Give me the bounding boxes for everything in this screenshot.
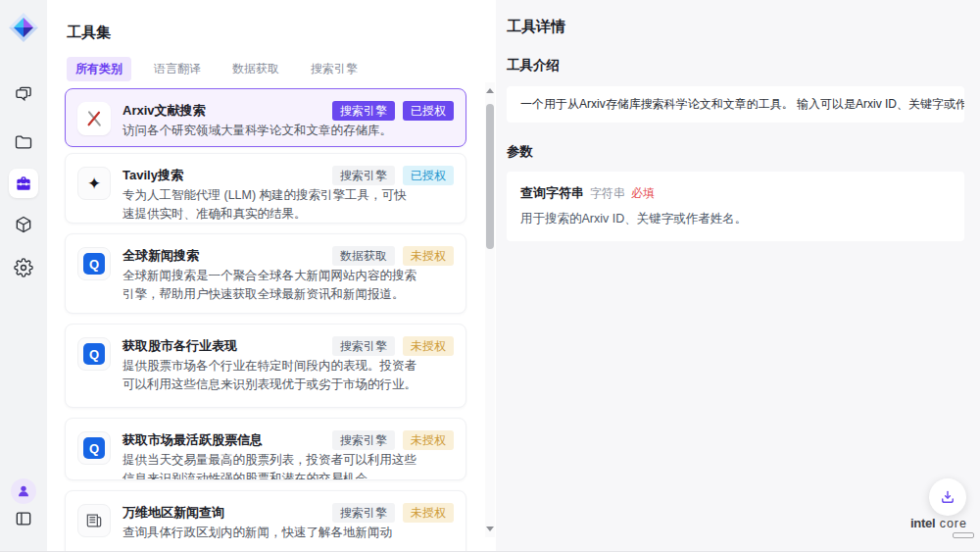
page-title: 工具集	[67, 24, 111, 42]
tool-card-description: 查询具体行政区划内的新闻，快速了解各地新闻动	[122, 524, 418, 542]
tool-card-badges: 搜索引擎未授权	[332, 336, 454, 356]
badge-category: 搜索引擎	[332, 166, 395, 185]
detail-title: 工具详情	[507, 18, 964, 36]
intro-text: 一个用于从Arxiv存储库搜索科学论文和文章的工具。 输入可以是Arxiv ID…	[520, 96, 964, 113]
tool-card-badges: 搜索引擎未授权	[332, 503, 454, 523]
sidebar-item-files[interactable]	[14, 132, 33, 152]
param-name: 查询字符串	[520, 184, 584, 202]
tool-card[interactable]: 搜索引擎未授权万维地区新闻查询查询具体行政区划内的新闻，快速了解各地新闻动	[65, 490, 466, 552]
tab-1[interactable]: 语言翻译	[145, 57, 210, 81]
tool-card-description: 提供当天交易量最高的股票列表，投资者可以利用这些信息来识别流动性强的股票和潜在的…	[122, 451, 418, 480]
sidebar-item-chat[interactable]	[14, 84, 33, 104]
list-scrollbar[interactable]	[485, 82, 495, 537]
sidebar-item-tools[interactable]	[9, 169, 38, 198]
badge-category: 搜索引擎	[332, 430, 395, 450]
download-button[interactable]	[929, 478, 966, 516]
toolbox-icon	[14, 174, 33, 193]
core-wordmark: core	[940, 517, 967, 530]
intel-series-badge	[953, 532, 974, 538]
badge-auth-status: 已授权	[403, 101, 454, 121]
tool-card[interactable]: 搜索引擎已授权Arxiv文献搜索访问各个研究领域大量科学论文和文章的存储库。	[65, 88, 466, 147]
sidebar	[0, 0, 47, 551]
tool-list-panel: 工具集 所有类别语言翻译数据获取搜索引擎 搜索引擎已授权Arxiv文献搜索访问各…	[47, 0, 496, 551]
gear-icon	[14, 258, 33, 277]
sidebar-item-settings[interactable]	[14, 258, 33, 277]
badge-auth-status: 未授权	[403, 246, 454, 266]
param-type: 字符串	[590, 185, 625, 202]
download-icon	[939, 488, 956, 506]
tool-card-description: 访问各个研究领域大量科学论文和文章的存储库。	[122, 122, 418, 140]
tool-card-badges: 搜索引擎已授权	[332, 101, 454, 121]
scroll-up-arrow-icon[interactable]	[486, 88, 494, 93]
scroll-down-arrow-icon[interactable]	[486, 527, 494, 531]
chat-icon	[14, 84, 33, 104]
newspaper-icon	[84, 511, 104, 530]
sidebar-item-plugins[interactable]	[14, 215, 33, 234]
intro-heading: 工具介绍	[507, 57, 964, 75]
badge-category: 搜索引擎	[332, 336, 395, 356]
cube-icon	[14, 215, 33, 234]
tool-card-icon: ✦	[77, 167, 111, 200]
param-required-flag: 必填	[631, 185, 655, 202]
tool-card[interactable]: Q 搜索引擎未授权获取市场最活跃股票信息提供当天交易量最高的股票列表，投资者可以…	[65, 418, 466, 480]
tab-0[interactable]: 所有类别	[67, 57, 131, 81]
intel-core-logo: intel core	[898, 516, 980, 538]
scrollbar-thumb[interactable]	[486, 104, 494, 249]
app-logo	[8, 12, 39, 43]
badge-auth-status: 未授权	[403, 430, 454, 450]
badge-auth-status: 未授权	[403, 336, 454, 356]
badge-auth-status: 未授权	[403, 503, 454, 523]
app-window: 工具集 所有类别语言翻译数据获取搜索引擎 搜索引擎已授权Arxiv文献搜索访问各…	[0, 0, 980, 552]
intro-card: 一个用于从Arxiv存储库搜索科学论文和文章的工具。 输入可以是Arxiv ID…	[507, 86, 964, 123]
tool-card[interactable]: ✦ 搜索引擎已授权Tavily搜索专为人工智能代理 (LLM) 构建的搜索引擎工…	[65, 153, 466, 224]
badge-auth-status: 已授权	[403, 166, 454, 185]
tool-card[interactable]: Q 数据获取未授权全球新闻搜索全球新闻搜索是一个聚合全球各大新闻网站内容的搜索引…	[65, 233, 466, 314]
tool-card-icon: Q	[77, 337, 111, 371]
tool-card-title: 万维地区新闻查询	[122, 503, 348, 523]
stock-search-icon: Q	[83, 437, 105, 459]
params-heading: 参数	[507, 143, 964, 161]
tool-card-icon: Q	[77, 247, 111, 280]
badge-category: 搜索引擎	[332, 101, 395, 121]
tool-card-title: 获取市场最活跃股票信息	[122, 430, 348, 450]
tab-2[interactable]: 数据获取	[223, 57, 288, 81]
tool-detail-panel: 工具详情 工具介绍 一个用于从Arxiv存储库搜索科学论文和文章的工具。 输入可…	[496, 0, 980, 551]
category-tabs: 所有类别语言翻译数据获取搜索引擎	[67, 57, 367, 81]
tool-card-title: Arxiv文献搜索	[122, 101, 348, 121]
intel-wordmark: intel	[910, 516, 935, 530]
tool-card-icon	[77, 504, 111, 537]
tool-card-badges: 搜索引擎未授权	[332, 430, 454, 450]
tool-card-description: 提供股票市场各个行业在特定时间段内的表现。投资者可以利用这些信息来识别表现优于或…	[122, 357, 418, 394]
tool-card-badges: 数据获取未授权	[332, 246, 454, 266]
params-card: 查询字符串字符串必填用于搜索的Arxiv ID、关键字或作者姓名。	[507, 172, 964, 241]
badge-category: 数据获取	[332, 246, 395, 266]
badge-category: 搜索引擎	[332, 503, 395, 523]
tool-card-badges: 搜索引擎已授权	[332, 166, 454, 185]
arxiv-icon	[84, 109, 104, 128]
diamond-logo-icon	[8, 12, 39, 43]
tool-card[interactable]: Q 搜索引擎未授权获取股市各行业表现提供股票市场各个行业在特定时间段内的表现。投…	[65, 324, 466, 408]
param-head: 查询字符串字符串必填	[520, 184, 951, 202]
sidebar-collapse-button[interactable]	[14, 509, 33, 528]
panel-collapse-icon	[14, 509, 33, 528]
tool-card-icon: Q	[77, 431, 111, 465]
tool-card-title: 全球新闻搜索	[122, 246, 348, 266]
user-icon	[16, 483, 31, 499]
stock-search-icon: Q	[83, 343, 105, 365]
tool-card-icon	[77, 102, 111, 135]
tool-card-description: 全球新闻搜索是一个聚合全球各大新闻网站内容的搜索引擎，帮助用户快速获取全球最新资…	[122, 267, 418, 304]
folder-icon	[14, 132, 33, 152]
tool-card-title: 获取股市各行业表现	[122, 336, 348, 356]
stock-search-icon: Q	[83, 253, 105, 275]
tool-card-description: 专为人工智能代理 (LLM) 构建的搜索引擎工具，可快速提供实时、准确和真实的结…	[122, 186, 418, 224]
param-row: 查询字符串字符串必填用于搜索的Arxiv ID、关键字或作者姓名。	[520, 184, 951, 227]
tab-3[interactable]: 搜索引擎	[302, 57, 367, 81]
user-avatar[interactable]	[11, 478, 36, 504]
tavily-star-icon: ✦	[87, 176, 101, 192]
param-description: 用于搜索的Arxiv ID、关键字或作者姓名。	[520, 211, 951, 227]
tool-card-title: Tavily搜索	[122, 166, 348, 185]
